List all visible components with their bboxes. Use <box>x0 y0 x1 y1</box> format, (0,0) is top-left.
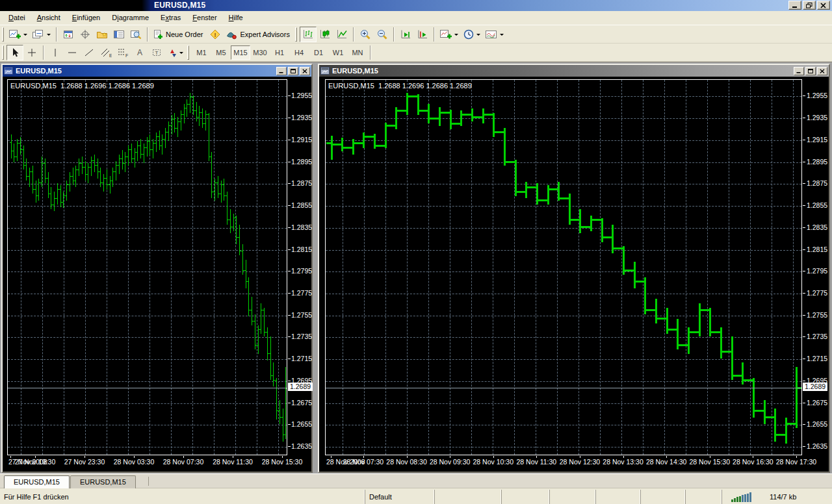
bar-chart-button[interactable] <box>300 27 317 42</box>
menu-datei[interactable]: Datei <box>3 12 31 24</box>
ohlc-open-tick <box>250 310 252 310</box>
chart-plot-left[interactable]: EURUSD,M15 1.2688 1.2696 1.2686 1.2689 <box>7 79 287 455</box>
line-chart-button[interactable] <box>333 27 350 42</box>
zoom-out-button[interactable] <box>374 27 391 42</box>
ohlc-open-tick <box>49 194 51 194</box>
price-axis-tick <box>288 271 291 271</box>
price-axis-label: 1.2795 <box>291 267 312 275</box>
menu-ansicht[interactable]: Ansicht <box>31 12 66 24</box>
ohlc-bar <box>196 102 197 121</box>
ohlc-open-tick <box>28 176 29 177</box>
cursor-button[interactable] <box>6 45 23 60</box>
metaeditor-button[interactable]: ! <box>207 27 224 42</box>
equidistant-channel-button[interactable]: E <box>98 45 114 60</box>
channel-icon: E <box>100 47 112 58</box>
ohlc-open-tick <box>102 183 103 183</box>
chart-plot-right[interactable]: EURUSD,M15 1.2688 1.2696 1.2686 1.2689 <box>325 79 802 455</box>
profiles-button[interactable] <box>30 27 53 42</box>
periods-button[interactable] <box>461 27 483 42</box>
gridline <box>326 316 801 316</box>
mdi-workspace: EURUSD,M15 EURUSD,M15 1.2688 1.2696 1.26… <box>0 62 832 473</box>
expert-advisors-button[interactable]: Expert Advisors <box>224 27 293 42</box>
tab-eurusd-m15-2[interactable]: EURUSD,M15 <box>70 475 136 488</box>
indicators-button[interactable] <box>437 27 461 42</box>
menu-fenster[interactable]: Fenster <box>187 12 222 24</box>
status-bar: Für Hilfe F1 drücken Default 114/7 kb <box>0 488 832 504</box>
chart-shift-button[interactable] <box>414 27 431 42</box>
chart-window-left-title-bar[interactable]: EURUSD,M15 <box>3 65 311 77</box>
candlestick-chart-button[interactable] <box>317 27 333 42</box>
vertical-line-button[interactable] <box>47 45 64 60</box>
gridline <box>257 80 257 455</box>
chart-left-minimize-button[interactable] <box>276 67 287 75</box>
arrows-tool-button[interactable] <box>165 45 186 60</box>
timeframe-m30[interactable]: M30 <box>250 45 270 60</box>
timeframe-w1[interactable]: W1 <box>328 45 348 60</box>
text-tool-button[interactable]: A <box>131 45 148 60</box>
chart-right-close-button[interactable] <box>817 67 827 75</box>
crosshair-tool-button[interactable] <box>23 45 40 60</box>
data-window-button[interactable] <box>77 27 94 42</box>
ohlc-open-tick <box>170 125 172 126</box>
text-label-button[interactable]: T <box>148 45 165 60</box>
chart-left-maximize-button[interactable] <box>288 67 298 75</box>
navigator-button[interactable] <box>94 27 110 42</box>
horizontal-line-button[interactable] <box>64 45 81 60</box>
strategy-tester-button[interactable] <box>127 27 144 42</box>
chart-right-maximize-button[interactable] <box>805 67 816 75</box>
menu-extras[interactable]: Extras <box>155 12 187 24</box>
app-close-button[interactable] <box>817 1 830 10</box>
timeframe-h4[interactable]: H4 <box>289 45 309 60</box>
gridline <box>326 337 801 338</box>
gridline <box>326 294 801 294</box>
toolbar-grip[interactable] <box>2 27 4 42</box>
timeframe-h1[interactable]: H1 <box>270 45 289 60</box>
gridline <box>578 80 579 455</box>
menu-einfgen[interactable]: Einfügen <box>66 12 106 24</box>
toolbar-grip[interactable] <box>2 45 4 60</box>
connection-traffic: 114/7 kb <box>770 493 796 501</box>
time-axis-label: 27 Nov 23:30 <box>64 458 105 466</box>
ohlc-bar <box>193 95 194 115</box>
timeframe-mn[interactable]: MN <box>348 45 367 60</box>
dropdown-caret-icon <box>500 34 504 38</box>
gridline <box>326 184 801 184</box>
ohlc-open-tick <box>222 184 224 185</box>
ohlc-open-tick <box>238 237 239 238</box>
menu-diagramme[interactable]: Diagramme <box>106 12 155 24</box>
gridline <box>8 403 287 404</box>
new-chart-button[interactable] <box>6 27 30 42</box>
terminal-button[interactable] <box>110 27 127 42</box>
app-minimize-button[interactable] <box>788 1 801 10</box>
chart-right-minimize-button[interactable] <box>794 67 804 75</box>
trendline-button[interactable] <box>81 45 98 60</box>
app-restore-button[interactable] <box>803 1 816 10</box>
zoom-in-button[interactable] <box>357 27 374 42</box>
toolbar-grip[interactable] <box>187 45 189 60</box>
ohlc-open-tick <box>198 117 199 118</box>
menu-hilfe[interactable]: Hilfe <box>223 12 249 24</box>
timeframe-m5[interactable]: M5 <box>211 45 231 60</box>
app-title-bar[interactable]: EURUSD,M15 <box>0 0 832 11</box>
fibonacci-button[interactable]: F <box>114 45 131 60</box>
ohlc-open-tick <box>543 199 547 201</box>
price-axis-tick <box>288 227 291 228</box>
ohlc-bar <box>156 132 157 152</box>
status-profile[interactable]: Default <box>365 490 434 504</box>
timeframe-m1[interactable]: M1 <box>192 45 211 60</box>
chart-window-icon <box>4 67 13 75</box>
neue-order-button[interactable]: Neue Order <box>151 27 207 42</box>
toolbar-grip[interactable] <box>295 27 297 42</box>
templates-button[interactable] <box>483 27 506 42</box>
chart-window-right-title-bar[interactable]: EURUSD,M15 <box>319 65 829 77</box>
ohlc-open-tick <box>510 161 515 163</box>
tab-eurusd-m15-1[interactable]: EURUSD,M15 <box>4 475 70 488</box>
ohlc-open-tick <box>770 416 774 418</box>
market-watch-button[interactable] <box>60 27 77 42</box>
auto-scroll-button[interactable] <box>397 27 414 42</box>
timeframe-m15[interactable]: M15 <box>231 45 250 60</box>
timeframe-d1[interactable]: D1 <box>309 45 328 60</box>
gridline <box>326 162 801 163</box>
ohlc-bar <box>150 134 150 154</box>
chart-left-close-button[interactable] <box>300 67 310 75</box>
